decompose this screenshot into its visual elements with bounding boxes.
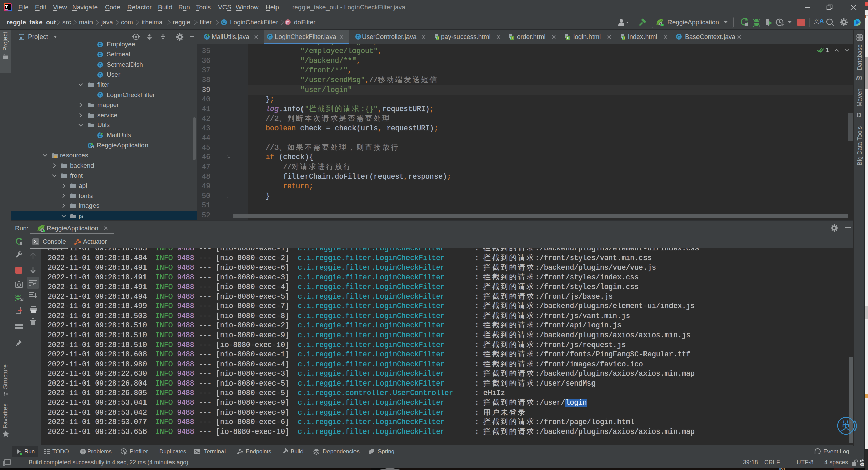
svg-text:m: m bbox=[286, 20, 290, 25]
svg-text:英: 英 bbox=[841, 420, 851, 432]
svg-text:C: C bbox=[99, 72, 102, 77]
svg-text:H: H bbox=[510, 36, 513, 40]
svg-text:C: C bbox=[99, 92, 102, 97]
svg-text:C: C bbox=[99, 62, 102, 67]
svg-text:C: C bbox=[677, 34, 681, 39]
svg-text:C: C bbox=[357, 34, 360, 39]
svg-text:C: C bbox=[99, 52, 102, 57]
svg-text:C: C bbox=[268, 34, 272, 39]
svg-text:H: H bbox=[567, 36, 569, 40]
svg-text:H: H bbox=[622, 36, 625, 40]
svg-text:C: C bbox=[222, 20, 226, 25]
svg-text:H: H bbox=[436, 36, 439, 40]
svg-text:C: C bbox=[99, 42, 102, 47]
